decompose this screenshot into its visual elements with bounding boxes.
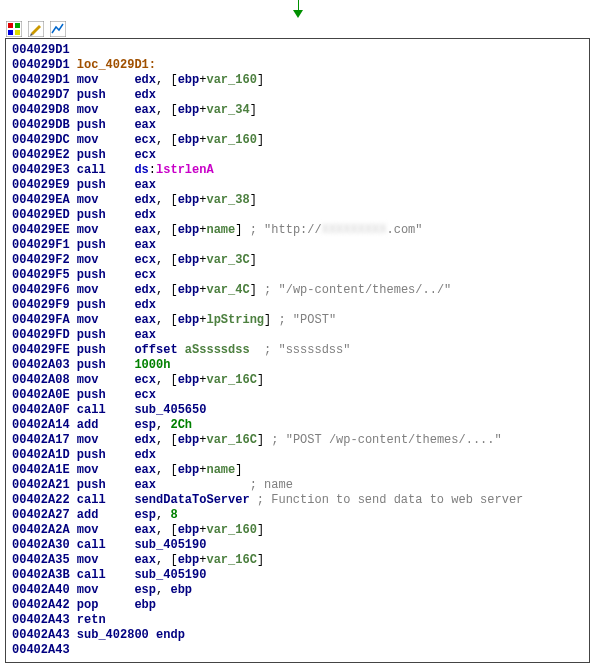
edit-icon[interactable]	[28, 21, 44, 37]
address[interactable]: 00402A43	[12, 643, 70, 657]
address[interactable]: 00402A1E	[12, 463, 70, 477]
address[interactable]: 004029FA	[12, 313, 70, 327]
address[interactable]: 00402A43	[12, 628, 70, 642]
address[interactable]: 00402A0F	[12, 403, 70, 417]
mnemonic: push	[77, 148, 135, 162]
address[interactable]: 00402A14	[12, 418, 70, 432]
mnemonic: push	[77, 448, 135, 462]
address[interactable]: 00402A08	[12, 373, 70, 387]
address[interactable]: 00402A27	[12, 508, 70, 522]
disasm-line: 00402A14 add esp, 2Ch	[12, 418, 583, 433]
toolbar	[0, 20, 595, 38]
address[interactable]: 00402A3B	[12, 568, 70, 582]
mnemonic: push	[77, 238, 135, 252]
mnemonic: mov	[77, 523, 135, 537]
mnemonic: push	[77, 388, 135, 402]
mnemonic: call	[77, 493, 135, 507]
disasm-line: 00402A0E push ecx	[12, 388, 583, 403]
disasm-line: 00402A21 push eax ; name	[12, 478, 583, 493]
address[interactable]: 004029ED	[12, 208, 70, 222]
address[interactable]: 004029F5	[12, 268, 70, 282]
mnemonic: push	[77, 328, 135, 342]
disasm-line: 004029D1 mov edx, [ebp+var_160]	[12, 73, 583, 88]
address[interactable]: 00402A21	[12, 478, 70, 492]
address[interactable]: 004029E9	[12, 178, 70, 192]
address[interactable]: 00402A35	[12, 553, 70, 567]
disasm-line: 004029F9 push edx	[12, 298, 583, 313]
address[interactable]: 004029F1	[12, 238, 70, 252]
address[interactable]: 00402A30	[12, 538, 70, 552]
disasm-line: 00402A43	[12, 643, 583, 658]
mnemonic: push	[77, 268, 135, 282]
mnemonic: mov	[77, 193, 135, 207]
address[interactable]: 004029F2	[12, 253, 70, 267]
address[interactable]: 004029F6	[12, 283, 70, 297]
address[interactable]: 004029D7	[12, 88, 70, 102]
mnemonic: call	[77, 538, 135, 552]
disasm-line: 00402A27 add esp, 8	[12, 508, 583, 523]
address[interactable]: 004029D1	[12, 58, 70, 72]
address[interactable]: 00402A03	[12, 358, 70, 372]
disasm-line: 004029D8 mov eax, [ebp+var_34]	[12, 103, 583, 118]
color-palette-icon[interactable]	[6, 21, 22, 37]
disasm-line: 00402A2A mov eax, [ebp+var_160]	[12, 523, 583, 538]
disasm-line: 004029DC mov ecx, [ebp+var_160]	[12, 133, 583, 148]
disasm-line: 004029F6 mov edx, [ebp+var_4C] ; "/wp-co…	[12, 283, 583, 298]
svg-rect-4	[15, 30, 20, 35]
disasm-line: 004029D1 loc_4029D1:	[12, 58, 583, 73]
address[interactable]: 00402A40	[12, 583, 70, 597]
mnemonic: add	[77, 508, 135, 522]
address[interactable]: 00402A17	[12, 433, 70, 447]
disasm-line: 00402A17 mov edx, [ebp+var_16C] ; "POST …	[12, 433, 583, 448]
svg-rect-1	[8, 23, 13, 28]
disasm-line: 004029E2 push ecx	[12, 148, 583, 163]
address[interactable]: 004029FE	[12, 343, 70, 357]
mnemonic: mov	[77, 373, 135, 387]
disasm-line: 004029FA mov eax, [ebp+lpString] ; "POST…	[12, 313, 583, 328]
address[interactable]: 004029EA	[12, 193, 70, 207]
address[interactable]: 00402A1D	[12, 448, 70, 462]
address[interactable]: 004029D8	[12, 103, 70, 117]
flow-arrow	[0, 0, 595, 20]
mnemonic: push	[77, 118, 135, 132]
address[interactable]: 004029D1	[12, 43, 70, 57]
address[interactable]: 004029F9	[12, 298, 70, 312]
mnemonic: pop	[77, 598, 135, 612]
mnemonic: mov	[77, 253, 135, 267]
address[interactable]: 004029E3	[12, 163, 70, 177]
disasm-line: 00402A43 sub_402800 endp	[12, 628, 583, 643]
graph-icon[interactable]	[50, 21, 66, 37]
address[interactable]: 00402A0E	[12, 388, 70, 402]
disasm-line: 00402A0F call sub_405650	[12, 403, 583, 418]
disasm-line: 004029EA mov edx, [ebp+var_38]	[12, 193, 583, 208]
address[interactable]: 004029D1	[12, 73, 70, 87]
mnemonic: mov	[77, 223, 135, 237]
disasm-line: 004029D1	[12, 43, 583, 58]
disasm-line: 00402A1E mov eax, [ebp+name]	[12, 463, 583, 478]
mnemonic: call	[77, 568, 135, 582]
address[interactable]: 00402A2A	[12, 523, 70, 537]
disasm-line: 00402A42 pop ebp	[12, 598, 583, 613]
address[interactable]: 004029DC	[12, 133, 70, 147]
disasm-line: 004029DB push eax	[12, 118, 583, 133]
mnemonic: push	[77, 88, 135, 102]
mnemonic: push	[77, 178, 135, 192]
address[interactable]: 004029FD	[12, 328, 70, 342]
address[interactable]: 004029EE	[12, 223, 70, 237]
svg-rect-2	[15, 23, 20, 28]
address[interactable]: 004029DB	[12, 118, 70, 132]
mnemonic: push	[77, 343, 135, 357]
address[interactable]: 004029E2	[12, 148, 70, 162]
address[interactable]: 00402A43	[12, 613, 70, 627]
mnemonic: mov	[77, 103, 135, 117]
mnemonic: retn	[77, 613, 135, 627]
mnemonic: add	[77, 418, 135, 432]
disassembly-panel: 004029D1 004029D1 loc_4029D1:004029D1 mo…	[5, 38, 590, 663]
mnemonic: call	[77, 403, 135, 417]
address[interactable]: 00402A22	[12, 493, 70, 507]
address[interactable]: 00402A42	[12, 598, 70, 612]
mnemonic: mov	[77, 433, 135, 447]
mnemonic: mov	[77, 583, 135, 597]
mnemonic: mov	[77, 313, 135, 327]
disasm-line: 00402A22 call sendDataToServer ; Functio…	[12, 493, 583, 508]
